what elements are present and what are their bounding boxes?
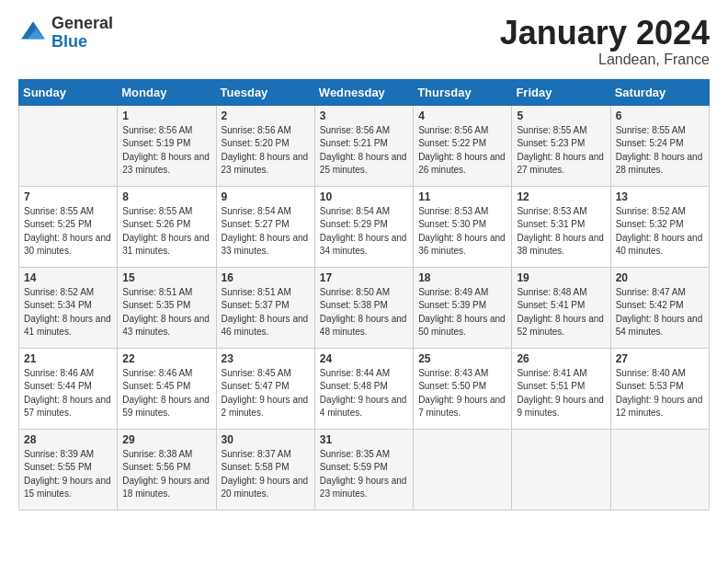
day-info: Sunrise: 8:39 AMSunset: 5:55 PMDaylight:… bbox=[24, 448, 112, 501]
day-number: 26 bbox=[517, 352, 605, 365]
day-info: Sunrise: 8:49 AMSunset: 5:39 PMDaylight:… bbox=[418, 286, 506, 339]
day-info: Sunrise: 8:38 AMSunset: 5:56 PMDaylight:… bbox=[122, 448, 210, 501]
calendar-cell: 22Sunrise: 8:46 AMSunset: 5:45 PMDayligh… bbox=[118, 348, 216, 429]
calendar-cell: 7Sunrise: 8:55 AMSunset: 5:25 PMDaylight… bbox=[19, 186, 118, 267]
calendar-cell bbox=[414, 429, 512, 510]
week-row-5: 28Sunrise: 8:39 AMSunset: 5:55 PMDayligh… bbox=[19, 429, 710, 510]
day-number: 1 bbox=[122, 109, 210, 122]
calendar-cell: 18Sunrise: 8:49 AMSunset: 5:39 PMDayligh… bbox=[414, 267, 512, 348]
calendar-cell: 20Sunrise: 8:47 AMSunset: 5:42 PMDayligh… bbox=[610, 267, 709, 348]
calendar-cell bbox=[610, 429, 709, 510]
day-number: 8 bbox=[122, 190, 210, 203]
day-info: Sunrise: 8:53 AMSunset: 5:31 PMDaylight:… bbox=[517, 205, 605, 259]
day-info: Sunrise: 8:51 AMSunset: 5:35 PMDaylight:… bbox=[122, 286, 210, 339]
day-number: 27 bbox=[616, 352, 704, 365]
day-number: 18 bbox=[418, 271, 506, 284]
calendar-cell: 25Sunrise: 8:43 AMSunset: 5:50 PMDayligh… bbox=[414, 348, 512, 429]
day-info: Sunrise: 8:56 AMSunset: 5:22 PMDaylight:… bbox=[418, 124, 506, 178]
logo-icon bbox=[18, 18, 48, 48]
logo-text: General Blue bbox=[51, 15, 113, 52]
day-number: 16 bbox=[222, 271, 310, 284]
day-info: Sunrise: 8:56 AMSunset: 5:20 PMDaylight:… bbox=[222, 124, 310, 178]
calendar-cell: 4Sunrise: 8:56 AMSunset: 5:22 PMDaylight… bbox=[414, 105, 512, 186]
day-info: Sunrise: 8:55 AMSunset: 5:24 PMDaylight:… bbox=[616, 124, 704, 178]
day-number: 17 bbox=[320, 271, 408, 284]
day-info: Sunrise: 8:35 AMSunset: 5:59 PMDaylight:… bbox=[320, 448, 408, 501]
day-number: 10 bbox=[320, 190, 408, 203]
day-info: Sunrise: 8:47 AMSunset: 5:42 PMDaylight:… bbox=[616, 286, 704, 339]
calendar-cell: 15Sunrise: 8:51 AMSunset: 5:35 PMDayligh… bbox=[118, 267, 216, 348]
calendar-cell bbox=[19, 105, 118, 186]
day-header-thursday: Thursday bbox=[414, 79, 512, 105]
calendar-cell: 17Sunrise: 8:50 AMSunset: 5:38 PMDayligh… bbox=[314, 267, 413, 348]
day-info: Sunrise: 8:41 AMSunset: 5:51 PMDaylight:… bbox=[517, 367, 605, 420]
calendar-cell: 30Sunrise: 8:37 AMSunset: 5:58 PMDayligh… bbox=[216, 429, 314, 510]
day-info: Sunrise: 8:44 AMSunset: 5:48 PMDaylight:… bbox=[320, 367, 408, 420]
calendar-cell: 23Sunrise: 8:45 AMSunset: 5:47 PMDayligh… bbox=[216, 348, 314, 429]
calendar-cell: 11Sunrise: 8:53 AMSunset: 5:30 PMDayligh… bbox=[414, 186, 512, 267]
day-info: Sunrise: 8:43 AMSunset: 5:50 PMDaylight:… bbox=[418, 367, 506, 420]
day-number: 25 bbox=[418, 352, 506, 365]
day-header-row: SundayMondayTuesdayWednesdayThursdayFrid… bbox=[19, 79, 710, 105]
day-number: 5 bbox=[517, 109, 605, 122]
calendar-cell: 8Sunrise: 8:55 AMSunset: 5:26 PMDaylight… bbox=[118, 186, 216, 267]
calendar-cell: 5Sunrise: 8:55 AMSunset: 5:23 PMDaylight… bbox=[512, 105, 610, 186]
day-number: 22 bbox=[122, 352, 210, 365]
day-info: Sunrise: 8:46 AMSunset: 5:44 PMDaylight:… bbox=[24, 367, 112, 420]
day-number: 29 bbox=[122, 433, 210, 446]
day-number: 23 bbox=[222, 352, 310, 365]
day-info: Sunrise: 8:55 AMSunset: 5:26 PMDaylight:… bbox=[122, 205, 210, 259]
day-number: 20 bbox=[616, 271, 704, 284]
calendar-cell: 28Sunrise: 8:39 AMSunset: 5:55 PMDayligh… bbox=[19, 429, 118, 510]
day-number: 4 bbox=[418, 109, 506, 122]
day-number: 21 bbox=[24, 352, 112, 365]
day-number: 12 bbox=[517, 190, 605, 203]
week-row-3: 14Sunrise: 8:52 AMSunset: 5:34 PMDayligh… bbox=[19, 267, 710, 348]
calendar-cell: 26Sunrise: 8:41 AMSunset: 5:51 PMDayligh… bbox=[512, 348, 610, 429]
day-header-tuesday: Tuesday bbox=[216, 79, 314, 105]
week-row-1: 1Sunrise: 8:56 AMSunset: 5:19 PMDaylight… bbox=[19, 105, 710, 186]
day-number: 30 bbox=[222, 433, 310, 446]
day-number: 13 bbox=[616, 190, 704, 203]
day-header-wednesday: Wednesday bbox=[314, 79, 413, 105]
logo-blue-text: Blue bbox=[51, 33, 113, 52]
calendar-cell: 14Sunrise: 8:52 AMSunset: 5:34 PMDayligh… bbox=[19, 267, 118, 348]
calendar-cell: 29Sunrise: 8:38 AMSunset: 5:56 PMDayligh… bbox=[118, 429, 216, 510]
day-info: Sunrise: 8:50 AMSunset: 5:38 PMDaylight:… bbox=[320, 286, 408, 339]
week-row-2: 7Sunrise: 8:55 AMSunset: 5:25 PMDaylight… bbox=[19, 186, 710, 267]
day-number: 28 bbox=[24, 433, 112, 446]
calendar-cell: 16Sunrise: 8:51 AMSunset: 5:37 PMDayligh… bbox=[216, 267, 314, 348]
day-header-sunday: Sunday bbox=[19, 79, 118, 105]
calendar-subtitle: Landean, France bbox=[500, 52, 710, 68]
day-number: 7 bbox=[24, 190, 112, 203]
day-number: 3 bbox=[320, 109, 408, 122]
day-info: Sunrise: 8:56 AMSunset: 5:21 PMDaylight:… bbox=[320, 124, 408, 178]
day-info: Sunrise: 8:56 AMSunset: 5:19 PMDaylight:… bbox=[122, 124, 210, 178]
day-header-monday: Monday bbox=[118, 79, 216, 105]
calendar-cell: 13Sunrise: 8:52 AMSunset: 5:32 PMDayligh… bbox=[610, 186, 709, 267]
calendar-cell: 10Sunrise: 8:54 AMSunset: 5:29 PMDayligh… bbox=[314, 186, 413, 267]
day-info: Sunrise: 8:52 AMSunset: 5:34 PMDaylight:… bbox=[24, 286, 112, 339]
calendar-cell: 6Sunrise: 8:55 AMSunset: 5:24 PMDaylight… bbox=[610, 105, 709, 186]
calendar-cell: 19Sunrise: 8:48 AMSunset: 5:41 PMDayligh… bbox=[512, 267, 610, 348]
day-info: Sunrise: 8:45 AMSunset: 5:47 PMDaylight:… bbox=[222, 367, 310, 420]
day-number: 9 bbox=[222, 190, 310, 203]
day-info: Sunrise: 8:52 AMSunset: 5:32 PMDaylight:… bbox=[616, 205, 704, 259]
day-number: 19 bbox=[517, 271, 605, 284]
day-info: Sunrise: 8:46 AMSunset: 5:45 PMDaylight:… bbox=[122, 367, 210, 420]
day-number: 15 bbox=[122, 271, 210, 284]
day-header-friday: Friday bbox=[512, 79, 610, 105]
day-info: Sunrise: 8:51 AMSunset: 5:37 PMDaylight:… bbox=[222, 286, 310, 339]
title-block: January 2024 Landean, France bbox=[500, 15, 710, 68]
calendar-table: SundayMondayTuesdayWednesdayThursdayFrid… bbox=[18, 79, 710, 511]
logo: General Blue bbox=[18, 15, 113, 52]
calendar-cell: 27Sunrise: 8:40 AMSunset: 5:53 PMDayligh… bbox=[610, 348, 709, 429]
calendar-cell: 12Sunrise: 8:53 AMSunset: 5:31 PMDayligh… bbox=[512, 186, 610, 267]
calendar-title: January 2024 bbox=[500, 15, 710, 52]
day-number: 24 bbox=[320, 352, 408, 365]
calendar-cell: 2Sunrise: 8:56 AMSunset: 5:20 PMDaylight… bbox=[216, 105, 314, 186]
calendar-cell: 1Sunrise: 8:56 AMSunset: 5:19 PMDaylight… bbox=[118, 105, 216, 186]
day-info: Sunrise: 8:37 AMSunset: 5:58 PMDaylight:… bbox=[222, 448, 310, 501]
day-info: Sunrise: 8:53 AMSunset: 5:30 PMDaylight:… bbox=[418, 205, 506, 259]
day-number: 14 bbox=[24, 271, 112, 284]
